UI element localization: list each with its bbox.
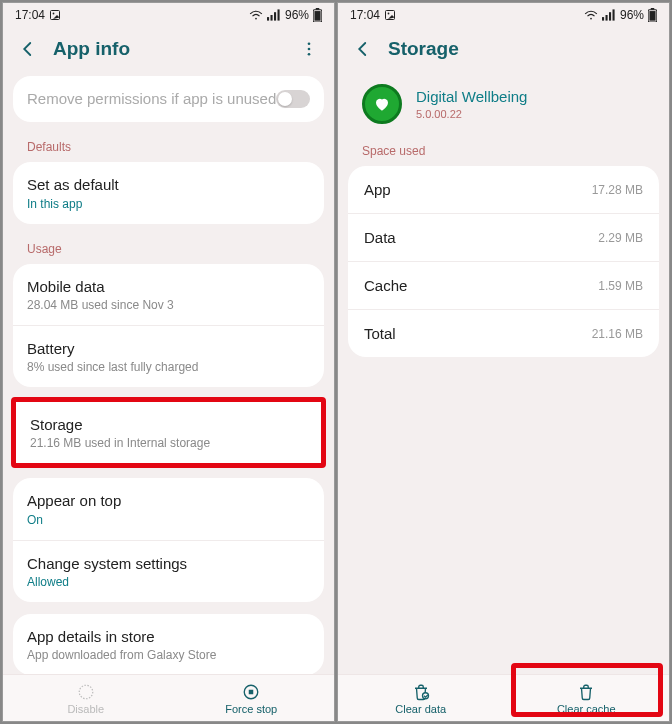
app-icon (362, 84, 402, 124)
remove-permissions-label: Remove permissions if app is unused (27, 89, 310, 109)
section-usage: Usage (13, 236, 324, 264)
image-icon (49, 9, 61, 21)
svg-rect-21 (609, 12, 611, 20)
page-title: Storage (388, 38, 653, 60)
remove-permissions-row[interactable]: Remove permissions if app is unused (13, 76, 324, 122)
svg-point-11 (308, 48, 311, 51)
svg-rect-15 (249, 690, 254, 695)
svg-rect-4 (270, 15, 272, 21)
phone-right-storage: 17:04 96% Storage Digital Wellbeing 5.0.… (337, 2, 670, 722)
status-bar: 17:04 96% (3, 3, 334, 24)
battery-row[interactable]: Battery 8% used since last fully charged (13, 326, 324, 387)
storage-row[interactable]: Storage 21.16 MB used in Internal storag… (16, 402, 321, 463)
back-icon[interactable] (19, 40, 37, 58)
section-defaults: Defaults (13, 134, 324, 162)
space-app-row: App 17.28 MB (348, 166, 659, 214)
svg-rect-9 (314, 11, 320, 21)
header: App info (3, 24, 334, 76)
change-system-settings-row[interactable]: Change system settings Allowed (13, 541, 324, 602)
heart-icon (373, 95, 391, 113)
space-total-row: Total 21.16 MB (348, 310, 659, 357)
app-name: Digital Wellbeing (416, 88, 527, 105)
svg-point-10 (308, 42, 311, 45)
battery-percent: 96% (285, 8, 309, 22)
remove-permissions-toggle[interactable] (276, 90, 310, 108)
wifi-icon (249, 9, 263, 21)
svg-point-13 (79, 685, 93, 699)
storage-highlight: Storage 21.16 MB used in Internal storag… (11, 397, 326, 468)
space-cache-row: Cache 1.59 MB (348, 262, 659, 310)
phone-left-app-info: 17:04 96% App info Remove permissions if… (2, 2, 335, 722)
section-space-used: Space used (348, 138, 659, 166)
app-version: 5.0.00.22 (416, 108, 527, 120)
mobile-data-row[interactable]: Mobile data 28.04 MB used since Nov 3 (13, 264, 324, 326)
force-stop-button[interactable]: Force stop (169, 675, 335, 721)
svg-rect-25 (649, 11, 655, 21)
svg-rect-6 (277, 9, 279, 20)
battery-icon (313, 8, 322, 22)
svg-rect-5 (274, 12, 276, 20)
wifi-icon (584, 9, 598, 21)
trash-icon (412, 683, 430, 701)
svg-rect-19 (602, 17, 604, 21)
clear-cache-button[interactable]: Clear cache (504, 675, 670, 721)
svg-rect-22 (612, 9, 614, 20)
appear-on-top-row[interactable]: Appear on top On (13, 478, 324, 540)
force-stop-icon (242, 683, 260, 701)
svg-rect-20 (605, 15, 607, 21)
app-header: Digital Wellbeing 5.0.00.22 (348, 76, 659, 138)
app-details-store-row[interactable]: App details in store App downloaded from… (13, 614, 324, 674)
svg-point-18 (590, 18, 592, 20)
content-scroll[interactable]: Digital Wellbeing 5.0.00.22 Space used A… (338, 76, 669, 674)
set-as-default-row[interactable]: Set as default In this app (13, 162, 324, 223)
header: Storage (338, 24, 669, 76)
svg-point-17 (388, 13, 390, 15)
disable-icon (77, 683, 95, 701)
page-title: App info (53, 38, 284, 60)
battery-icon (648, 8, 657, 22)
svg-point-12 (308, 53, 311, 56)
content-scroll[interactable]: Remove permissions if app is unused Defa… (3, 76, 334, 674)
clear-data-button[interactable]: Clear data (338, 675, 504, 721)
svg-point-1 (53, 13, 55, 15)
back-icon[interactable] (354, 40, 372, 58)
signal-icon (602, 9, 616, 21)
battery-percent: 96% (620, 8, 644, 22)
status-time: 17:04 (350, 8, 380, 22)
disable-button: Disable (3, 675, 169, 721)
bottom-bar: Disable Force stop (3, 674, 334, 721)
space-data-row: Data 2.29 MB (348, 214, 659, 262)
svg-point-2 (255, 18, 257, 20)
broom-icon (577, 683, 595, 701)
status-bar: 17:04 96% (338, 3, 669, 24)
svg-rect-3 (267, 17, 269, 21)
more-icon[interactable] (300, 40, 318, 58)
image-icon (384, 9, 396, 21)
status-time: 17:04 (15, 8, 45, 22)
signal-icon (267, 9, 281, 21)
bottom-bar: Clear data Clear cache (338, 674, 669, 721)
